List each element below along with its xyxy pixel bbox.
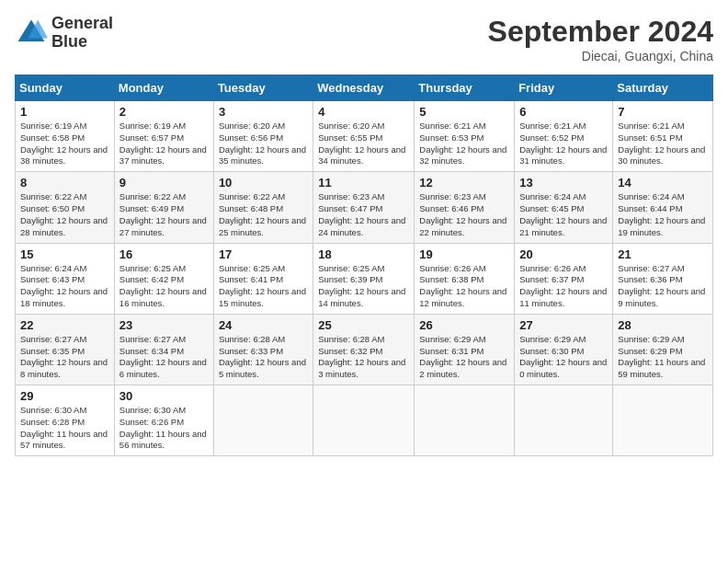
day-info: Sunrise: 6:27 AM Sunset: 6:34 PM Dayligh… [119, 334, 209, 381]
calendar-cell: 3Sunrise: 6:20 AM Sunset: 6:56 PM Daylig… [213, 101, 313, 172]
calendar-cell: 4Sunrise: 6:20 AM Sunset: 6:55 PM Daylig… [313, 101, 415, 172]
logo: General Blue [15, 15, 113, 52]
calendar-header-saturday: Saturday [613, 75, 713, 101]
day-number: 19 [419, 247, 509, 261]
calendar-cell: 2Sunrise: 6:19 AM Sunset: 6:57 PM Daylig… [114, 101, 213, 172]
calendar-cell [313, 385, 415, 456]
calendar-header-friday: Friday [515, 75, 613, 101]
calendar-cell [515, 385, 613, 456]
day-info: Sunrise: 6:24 AM Sunset: 6:45 PM Dayligh… [519, 191, 608, 238]
calendar-cell: 26Sunrise: 6:29 AM Sunset: 6:31 PM Dayli… [415, 314, 515, 385]
day-info: Sunrise: 6:24 AM Sunset: 6:44 PM Dayligh… [618, 191, 708, 238]
calendar-cell: 1Sunrise: 6:19 AM Sunset: 6:58 PM Daylig… [16, 101, 115, 172]
day-info: Sunrise: 6:25 AM Sunset: 6:41 PM Dayligh… [219, 263, 308, 310]
calendar-header-row: SundayMondayTuesdayWednesdayThursdayFrid… [16, 75, 713, 101]
day-number: 30 [119, 389, 209, 403]
calendar-week-row: 22Sunrise: 6:27 AM Sunset: 6:35 PM Dayli… [16, 314, 713, 385]
day-number: 1 [20, 105, 109, 119]
day-info: Sunrise: 6:19 AM Sunset: 6:58 PM Dayligh… [20, 121, 109, 167]
day-number: 10 [219, 176, 308, 190]
day-info: Sunrise: 6:29 AM Sunset: 6:31 PM Dayligh… [419, 334, 509, 381]
day-number: 7 [618, 105, 708, 119]
calendar-cell: 17Sunrise: 6:25 AM Sunset: 6:41 PM Dayli… [213, 243, 313, 314]
calendar-week-row: 8Sunrise: 6:22 AM Sunset: 6:50 PM Daylig… [16, 172, 713, 243]
day-number: 14 [618, 176, 708, 190]
day-number: 15 [20, 247, 109, 261]
calendar-cell: 5Sunrise: 6:21 AM Sunset: 6:53 PM Daylig… [415, 101, 515, 172]
calendar-cell: 16Sunrise: 6:25 AM Sunset: 6:42 PM Dayli… [114, 243, 213, 314]
calendar-header-monday: Monday [114, 75, 213, 101]
title-area: September 2024 Diecai, Guangxi, China [488, 15, 713, 63]
day-info: Sunrise: 6:30 AM Sunset: 6:28 PM Dayligh… [20, 405, 109, 452]
day-info: Sunrise: 6:19 AM Sunset: 6:57 PM Dayligh… [119, 121, 209, 167]
day-number: 26 [419, 318, 509, 332]
calendar-cell: 28Sunrise: 6:29 AM Sunset: 6:29 PM Dayli… [613, 314, 713, 385]
calendar-cell: 29Sunrise: 6:30 AM Sunset: 6:28 PM Dayli… [16, 385, 115, 456]
calendar-cell: 12Sunrise: 6:23 AM Sunset: 6:46 PM Dayli… [415, 172, 515, 243]
day-number: 27 [519, 318, 608, 332]
calendar-cell: 15Sunrise: 6:24 AM Sunset: 6:43 PM Dayli… [16, 243, 115, 314]
day-number: 18 [318, 247, 409, 261]
day-number: 11 [318, 176, 409, 190]
day-info: Sunrise: 6:27 AM Sunset: 6:35 PM Dayligh… [20, 334, 109, 381]
calendar-cell: 22Sunrise: 6:27 AM Sunset: 6:35 PM Dayli… [16, 314, 115, 385]
calendar-cell: 20Sunrise: 6:26 AM Sunset: 6:37 PM Dayli… [515, 243, 613, 314]
calendar-week-row: 1Sunrise: 6:19 AM Sunset: 6:58 PM Daylig… [16, 101, 713, 172]
day-info: Sunrise: 6:22 AM Sunset: 6:49 PM Dayligh… [119, 191, 209, 238]
calendar-cell: 18Sunrise: 6:25 AM Sunset: 6:39 PM Dayli… [313, 243, 415, 314]
day-number: 3 [219, 105, 308, 119]
calendar-cell: 19Sunrise: 6:26 AM Sunset: 6:38 PM Dayli… [415, 243, 515, 314]
calendar-cell: 9Sunrise: 6:22 AM Sunset: 6:49 PM Daylig… [114, 172, 213, 243]
calendar-header-sunday: Sunday [16, 75, 115, 101]
calendar-cell: 6Sunrise: 6:21 AM Sunset: 6:52 PM Daylig… [515, 101, 613, 172]
day-number: 22 [20, 318, 109, 332]
day-info: Sunrise: 6:22 AM Sunset: 6:48 PM Dayligh… [219, 191, 308, 238]
calendar-cell: 23Sunrise: 6:27 AM Sunset: 6:34 PM Dayli… [114, 314, 213, 385]
day-info: Sunrise: 6:30 AM Sunset: 6:26 PM Dayligh… [119, 405, 209, 452]
day-info: Sunrise: 6:24 AM Sunset: 6:43 PM Dayligh… [20, 263, 109, 310]
day-info: Sunrise: 6:26 AM Sunset: 6:38 PM Dayligh… [419, 263, 509, 310]
day-number: 28 [618, 318, 708, 332]
day-info: Sunrise: 6:20 AM Sunset: 6:56 PM Dayligh… [219, 121, 308, 167]
day-number: 5 [419, 105, 509, 119]
calendar-cell: 11Sunrise: 6:23 AM Sunset: 6:47 PM Dayli… [313, 172, 415, 243]
logo-icon [15, 17, 48, 50]
calendar-cell: 27Sunrise: 6:29 AM Sunset: 6:30 PM Dayli… [515, 314, 613, 385]
day-number: 6 [519, 105, 608, 119]
day-number: 8 [20, 176, 109, 190]
day-info: Sunrise: 6:25 AM Sunset: 6:39 PM Dayligh… [318, 263, 409, 310]
day-number: 24 [219, 318, 308, 332]
day-info: Sunrise: 6:29 AM Sunset: 6:29 PM Dayligh… [618, 334, 708, 381]
calendar-cell: 13Sunrise: 6:24 AM Sunset: 6:45 PM Dayli… [515, 172, 613, 243]
day-number: 23 [119, 318, 209, 332]
day-number: 17 [219, 247, 308, 261]
calendar-cell [613, 385, 713, 456]
calendar-week-row: 29Sunrise: 6:30 AM Sunset: 6:28 PM Dayli… [16, 385, 713, 456]
day-number: 16 [119, 247, 209, 261]
day-info: Sunrise: 6:21 AM Sunset: 6:52 PM Dayligh… [519, 121, 608, 167]
calendar-cell: 10Sunrise: 6:22 AM Sunset: 6:48 PM Dayli… [213, 172, 313, 243]
day-number: 20 [519, 247, 608, 261]
day-number: 21 [618, 247, 708, 261]
day-info: Sunrise: 6:25 AM Sunset: 6:42 PM Dayligh… [119, 263, 209, 310]
day-info: Sunrise: 6:20 AM Sunset: 6:55 PM Dayligh… [318, 121, 409, 167]
day-number: 25 [318, 318, 409, 332]
calendar-cell: 8Sunrise: 6:22 AM Sunset: 6:50 PM Daylig… [16, 172, 115, 243]
day-info: Sunrise: 6:21 AM Sunset: 6:51 PM Dayligh… [618, 121, 708, 167]
page-header: General Blue September 2024 Diecai, Guan… [15, 15, 713, 63]
day-info: Sunrise: 6:23 AM Sunset: 6:46 PM Dayligh… [419, 191, 509, 238]
day-number: 2 [119, 105, 209, 119]
day-info: Sunrise: 6:27 AM Sunset: 6:36 PM Dayligh… [618, 263, 708, 310]
day-number: 12 [419, 176, 509, 190]
day-number: 9 [119, 176, 209, 190]
day-info: Sunrise: 6:28 AM Sunset: 6:32 PM Dayligh… [318, 334, 409, 381]
calendar-cell: 21Sunrise: 6:27 AM Sunset: 6:36 PM Dayli… [613, 243, 713, 314]
day-number: 4 [318, 105, 409, 119]
day-info: Sunrise: 6:28 AM Sunset: 6:33 PM Dayligh… [219, 334, 308, 381]
day-number: 13 [519, 176, 608, 190]
calendar-cell [415, 385, 515, 456]
logo-text: General Blue [51, 15, 113, 52]
calendar-cell: 30Sunrise: 6:30 AM Sunset: 6:26 PM Dayli… [114, 385, 213, 456]
calendar-header-thursday: Thursday [415, 75, 515, 101]
calendar-cell: 25Sunrise: 6:28 AM Sunset: 6:32 PM Dayli… [313, 314, 415, 385]
